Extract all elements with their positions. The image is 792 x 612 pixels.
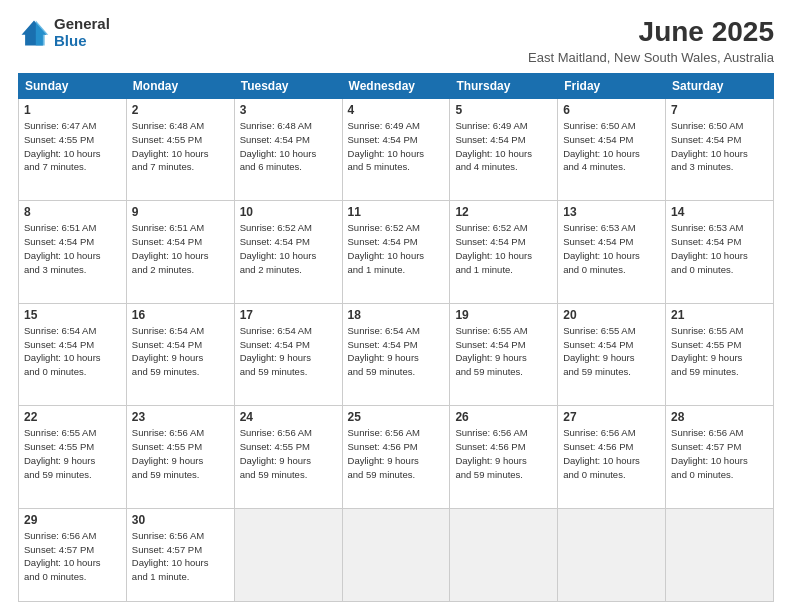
calendar-cell: 7Sunrise: 6:50 AMSunset: 4:54 PMDaylight… [666,99,774,201]
day-info: Sunrise: 6:48 AMSunset: 4:54 PMDaylight:… [240,119,337,174]
week-row-2: 8Sunrise: 6:51 AMSunset: 4:54 PMDaylight… [19,201,774,303]
day-number: 24 [240,410,337,424]
day-number: 12 [455,205,552,219]
calendar-cell: 4Sunrise: 6:49 AMSunset: 4:54 PMDaylight… [342,99,450,201]
day-number: 11 [348,205,445,219]
day-info: Sunrise: 6:55 AMSunset: 4:55 PMDaylight:… [671,324,768,379]
title-block: June 2025 East Maitland, New South Wales… [528,16,774,65]
calendar-cell: 8Sunrise: 6:51 AMSunset: 4:54 PMDaylight… [19,201,127,303]
calendar-cell [558,508,666,601]
day-number: 30 [132,513,229,527]
day-info: Sunrise: 6:54 AMSunset: 4:54 PMDaylight:… [348,324,445,379]
day-number: 2 [132,103,229,117]
calendar-cell: 16Sunrise: 6:54 AMSunset: 4:54 PMDayligh… [126,303,234,405]
calendar-cell: 5Sunrise: 6:49 AMSunset: 4:54 PMDaylight… [450,99,558,201]
calendar-cell: 18Sunrise: 6:54 AMSunset: 4:54 PMDayligh… [342,303,450,405]
day-info: Sunrise: 6:54 AMSunset: 4:54 PMDaylight:… [240,324,337,379]
day-number: 26 [455,410,552,424]
day-info: Sunrise: 6:54 AMSunset: 4:54 PMDaylight:… [24,324,121,379]
day-number: 25 [348,410,445,424]
calendar-cell: 9Sunrise: 6:51 AMSunset: 4:54 PMDaylight… [126,201,234,303]
day-number: 7 [671,103,768,117]
svg-marker-1 [36,20,48,45]
header: General Blue June 2025 East Maitland, Ne… [18,16,774,65]
calendar-cell: 24Sunrise: 6:56 AMSunset: 4:55 PMDayligh… [234,406,342,508]
page: General Blue June 2025 East Maitland, Ne… [0,0,792,612]
day-number: 5 [455,103,552,117]
day-info: Sunrise: 6:56 AMSunset: 4:56 PMDaylight:… [563,426,660,481]
day-info: Sunrise: 6:56 AMSunset: 4:55 PMDaylight:… [240,426,337,481]
calendar-cell: 1Sunrise: 6:47 AMSunset: 4:55 PMDaylight… [19,99,127,201]
calendar-cell: 10Sunrise: 6:52 AMSunset: 4:54 PMDayligh… [234,201,342,303]
weekday-header-sunday: Sunday [19,74,127,99]
day-info: Sunrise: 6:51 AMSunset: 4:54 PMDaylight:… [132,221,229,276]
day-info: Sunrise: 6:52 AMSunset: 4:54 PMDaylight:… [455,221,552,276]
day-number: 15 [24,308,121,322]
calendar-cell: 3Sunrise: 6:48 AMSunset: 4:54 PMDaylight… [234,99,342,201]
logo-text: General Blue [54,16,110,49]
day-info: Sunrise: 6:53 AMSunset: 4:54 PMDaylight:… [563,221,660,276]
day-number: 17 [240,308,337,322]
day-number: 23 [132,410,229,424]
day-number: 10 [240,205,337,219]
calendar-cell: 19Sunrise: 6:55 AMSunset: 4:54 PMDayligh… [450,303,558,405]
day-info: Sunrise: 6:54 AMSunset: 4:54 PMDaylight:… [132,324,229,379]
calendar-cell: 13Sunrise: 6:53 AMSunset: 4:54 PMDayligh… [558,201,666,303]
logo-general: General [54,16,110,33]
calendar-cell: 6Sunrise: 6:50 AMSunset: 4:54 PMDaylight… [558,99,666,201]
week-row-5: 29Sunrise: 6:56 AMSunset: 4:57 PMDayligh… [19,508,774,601]
day-number: 29 [24,513,121,527]
calendar-table: SundayMondayTuesdayWednesdayThursdayFrid… [18,73,774,602]
calendar-cell: 12Sunrise: 6:52 AMSunset: 4:54 PMDayligh… [450,201,558,303]
week-row-4: 22Sunrise: 6:55 AMSunset: 4:55 PMDayligh… [19,406,774,508]
day-number: 19 [455,308,552,322]
subtitle: East Maitland, New South Wales, Australi… [528,50,774,65]
day-number: 13 [563,205,660,219]
weekday-header-tuesday: Tuesday [234,74,342,99]
calendar-cell: 22Sunrise: 6:55 AMSunset: 4:55 PMDayligh… [19,406,127,508]
day-number: 6 [563,103,660,117]
calendar-cell: 23Sunrise: 6:56 AMSunset: 4:55 PMDayligh… [126,406,234,508]
day-number: 3 [240,103,337,117]
day-info: Sunrise: 6:56 AMSunset: 4:57 PMDaylight:… [671,426,768,481]
weekday-header-wednesday: Wednesday [342,74,450,99]
day-info: Sunrise: 6:51 AMSunset: 4:54 PMDaylight:… [24,221,121,276]
day-info: Sunrise: 6:49 AMSunset: 4:54 PMDaylight:… [455,119,552,174]
weekday-header-thursday: Thursday [450,74,558,99]
day-info: Sunrise: 6:56 AMSunset: 4:55 PMDaylight:… [132,426,229,481]
day-info: Sunrise: 6:50 AMSunset: 4:54 PMDaylight:… [671,119,768,174]
calendar-cell: 15Sunrise: 6:54 AMSunset: 4:54 PMDayligh… [19,303,127,405]
logo-icon [18,17,50,49]
day-info: Sunrise: 6:55 AMSunset: 4:54 PMDaylight:… [563,324,660,379]
calendar-cell: 11Sunrise: 6:52 AMSunset: 4:54 PMDayligh… [342,201,450,303]
calendar-cell: 14Sunrise: 6:53 AMSunset: 4:54 PMDayligh… [666,201,774,303]
day-number: 21 [671,308,768,322]
day-number: 1 [24,103,121,117]
day-number: 4 [348,103,445,117]
calendar-cell: 2Sunrise: 6:48 AMSunset: 4:55 PMDaylight… [126,99,234,201]
calendar-cell: 30Sunrise: 6:56 AMSunset: 4:57 PMDayligh… [126,508,234,601]
logo-blue: Blue [54,33,110,50]
day-number: 14 [671,205,768,219]
day-info: Sunrise: 6:47 AMSunset: 4:55 PMDaylight:… [24,119,121,174]
calendar-cell [450,508,558,601]
calendar-cell: 26Sunrise: 6:56 AMSunset: 4:56 PMDayligh… [450,406,558,508]
main-title: June 2025 [528,16,774,48]
day-info: Sunrise: 6:48 AMSunset: 4:55 PMDaylight:… [132,119,229,174]
calendar-cell: 17Sunrise: 6:54 AMSunset: 4:54 PMDayligh… [234,303,342,405]
day-number: 28 [671,410,768,424]
day-info: Sunrise: 6:53 AMSunset: 4:54 PMDaylight:… [671,221,768,276]
week-row-3: 15Sunrise: 6:54 AMSunset: 4:54 PMDayligh… [19,303,774,405]
calendar-cell [234,508,342,601]
day-info: Sunrise: 6:56 AMSunset: 4:56 PMDaylight:… [348,426,445,481]
calendar-cell [666,508,774,601]
day-number: 9 [132,205,229,219]
weekday-header-friday: Friday [558,74,666,99]
weekday-header-saturday: Saturday [666,74,774,99]
calendar-cell: 29Sunrise: 6:56 AMSunset: 4:57 PMDayligh… [19,508,127,601]
calendar-cell: 20Sunrise: 6:55 AMSunset: 4:54 PMDayligh… [558,303,666,405]
day-number: 27 [563,410,660,424]
day-info: Sunrise: 6:55 AMSunset: 4:55 PMDaylight:… [24,426,121,481]
day-info: Sunrise: 6:56 AMSunset: 4:56 PMDaylight:… [455,426,552,481]
day-number: 8 [24,205,121,219]
